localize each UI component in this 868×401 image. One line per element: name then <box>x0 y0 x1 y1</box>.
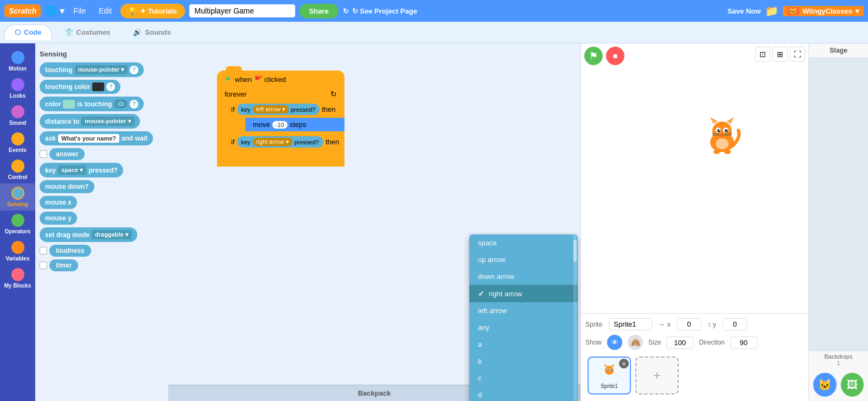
green-flag-button[interactable]: ⚑ <box>584 47 603 65</box>
dd-item-c[interactable]: c <box>469 370 578 386</box>
sprite-delete-button[interactable]: ✕ <box>619 359 629 368</box>
dd-item-left-arrow[interactable]: left arrow <box>469 302 578 319</box>
dd-item-right-arrow[interactable]: ✓ right arrow <box>469 285 578 302</box>
dd-item-space[interactable]: space <box>469 234 578 251</box>
mouse-down-block[interactable]: mouse down? <box>40 180 94 193</box>
category-looks[interactable]: Looks <box>0 75 35 102</box>
key-dropdown-menu[interactable]: space up arrow down arrow ✓ right arrow … <box>469 234 578 401</box>
script-area[interactable]: ⚑ when 🚩 clicked forever ↻ if <box>168 43 580 401</box>
color-toggle[interactable]: ⬭ <box>114 99 127 109</box>
key-dropdown[interactable]: space ▾ <box>58 166 86 175</box>
stop-button[interactable]: ■ <box>606 47 624 65</box>
show-hidden-button[interactable]: 🙈 <box>628 335 643 350</box>
distance-block[interactable]: distance to mouse-pointer ▾ <box>40 114 140 129</box>
loudness-block[interactable]: loudness <box>49 245 91 257</box>
timer-block[interactable]: timer <box>49 259 78 271</box>
key-condition-1[interactable]: key left arrow ▾ pressed? <box>237 104 320 115</box>
answer-block[interactable]: answer <box>49 148 85 160</box>
move-block[interactable]: move -10 steps <box>245 118 344 131</box>
distance-dropdown[interactable]: mouse-pointer ▾ <box>81 117 134 126</box>
block-loudness-row[interactable]: loudness <box>40 245 164 257</box>
block-distance-to[interactable]: distance to mouse-pointer ▾ <box>40 114 164 129</box>
color-swatch-dark[interactable] <box>92 82 104 91</box>
size-input[interactable] <box>666 336 693 349</box>
category-operators[interactable]: Operators <box>0 211 35 238</box>
category-events[interactable]: Events <box>0 129 35 156</box>
block-color-is-touching[interactable]: color is touching ⬭ ? <box>40 97 164 111</box>
dd-item-any[interactable]: any <box>469 319 578 336</box>
add-sprite-button[interactable]: + <box>635 357 679 394</box>
see-project-button[interactable]: ↻ ↻ See Project Page <box>343 7 417 15</box>
scratch-logo[interactable]: Scratch <box>4 4 41 17</box>
add-backdrop-button[interactable]: 🖼 <box>841 373 864 397</box>
project-name-input[interactable] <box>189 4 295 17</box>
tab-code[interactable]: ⬡ Code <box>4 24 52 40</box>
color-swatch-green[interactable] <box>63 100 75 109</box>
globe-button[interactable]: 🌐 ▾ <box>45 5 65 17</box>
drag-mode-block[interactable]: set drag mode draggable ▾ <box>40 227 137 242</box>
add-sprite-cat-button[interactable]: 🐱 <box>813 373 837 397</box>
touching-color-block[interactable]: touching color ? <box>40 80 120 94</box>
key-condition-2[interactable]: key right arrow ▾ pressed? <box>237 136 323 148</box>
block-timer-row[interactable]: timer <box>40 259 164 271</box>
dd-item-a[interactable]: a <box>469 336 578 353</box>
category-motion[interactable]: Motion <box>0 48 35 75</box>
category-sensing[interactable]: Sensing <box>0 183 35 211</box>
mouse-y-block[interactable]: mouse y <box>40 212 77 225</box>
block-touching-color[interactable]: touching color ? <box>40 80 164 94</box>
move-value[interactable]: -10 <box>272 121 288 129</box>
forever-block[interactable]: forever ↻ if key left arrow ▾ pressed? <box>217 87 344 167</box>
folder-icon[interactable]: 📁 <box>765 4 778 17</box>
block-touching[interactable]: touching mouse-pointer ▾ ? <box>40 62 164 77</box>
mouse-x-block[interactable]: mouse x <box>40 196 77 209</box>
when-clicked-block[interactable]: ⚑ when 🚩 clicked <box>217 71 344 87</box>
tab-sounds[interactable]: 🔊 Sounds <box>123 24 181 40</box>
block-mouse-y[interactable]: mouse y <box>40 212 164 225</box>
user-avatar[interactable]: 🐱 WiingyClasses ▾ <box>783 6 864 16</box>
left-arrow-dropdown[interactable]: left arrow ▾ <box>253 105 289 113</box>
drag-mode-dropdown[interactable]: draggable ▾ <box>92 230 132 239</box>
show-visible-button[interactable]: 👁 <box>607 335 622 350</box>
touching-dropdown[interactable]: mouse-pointer ▾ <box>75 65 127 74</box>
dd-item-b[interactable]: b <box>469 353 578 370</box>
ask-block[interactable]: ask What's your name? and wait <box>40 131 153 145</box>
tutorials-button[interactable]: 💡 ✦ Tutorials <box>120 4 185 18</box>
category-control[interactable]: Control <box>0 156 35 183</box>
stage-normal-button[interactable]: ⊞ <box>773 47 788 62</box>
category-variables[interactable]: Variables <box>0 238 35 265</box>
right-arrow-dropdown[interactable]: right arrow ▾ <box>253 138 292 146</box>
stage-fullscreen-button[interactable]: ⛶ <box>790 47 805 62</box>
dd-item-d[interactable]: d <box>469 386 578 401</box>
block-ask[interactable]: ask What's your name? and wait <box>40 131 164 145</box>
block-answer-row[interactable]: answer <box>40 148 164 160</box>
touching-block[interactable]: touching mouse-pointer ▾ ? <box>40 62 144 77</box>
category-sound[interactable]: Sound <box>0 102 35 129</box>
block-mouse-x[interactable]: mouse x <box>40 196 164 209</box>
key-pressed-block[interactable]: key space ▾ pressed? <box>40 163 123 177</box>
block-key-pressed[interactable]: key space ▾ pressed? <box>40 163 164 177</box>
edit-menu[interactable]: Edit <box>94 4 116 17</box>
sprite-name-input[interactable] <box>609 318 652 330</box>
y-coord-input[interactable] <box>723 318 747 330</box>
timer-checkbox[interactable] <box>40 262 47 269</box>
direction-input[interactable] <box>730 336 757 349</box>
share-button[interactable]: Share <box>299 4 339 18</box>
file-menu[interactable]: File <box>69 4 90 17</box>
answer-checkbox[interactable] <box>40 150 47 158</box>
dd-item-up-arrow[interactable]: up arrow <box>469 251 578 268</box>
ask-input[interactable]: What's your name? <box>58 134 119 143</box>
if-block-1[interactable]: if key left arrow ▾ pressed? then move <box>217 101 344 133</box>
block-set-drag-mode[interactable]: set drag mode draggable ▾ <box>40 227 164 242</box>
if-block-2[interactable]: if key right arrow ▾ pressed? then <box>217 133 344 163</box>
dd-item-down-arrow[interactable]: down arrow <box>469 268 578 285</box>
category-my-blocks[interactable]: My Blocks <box>0 265 35 292</box>
x-coord-input[interactable] <box>677 318 701 330</box>
color-touching-block[interactable]: color is touching ⬭ ? <box>40 97 144 111</box>
loudness-checkbox[interactable] <box>40 247 47 254</box>
tab-costumes[interactable]: 👕 Costumes <box>54 24 121 40</box>
save-now-button[interactable]: Save Now <box>727 7 761 15</box>
stage-small-button[interactable]: ⊡ <box>755 47 770 62</box>
block-mouse-down[interactable]: mouse down? <box>40 180 164 193</box>
dd-scrollbar[interactable] <box>573 234 577 401</box>
sprite-thumb-sprite1[interactable]: ✕ Sprite1 <box>588 357 631 394</box>
